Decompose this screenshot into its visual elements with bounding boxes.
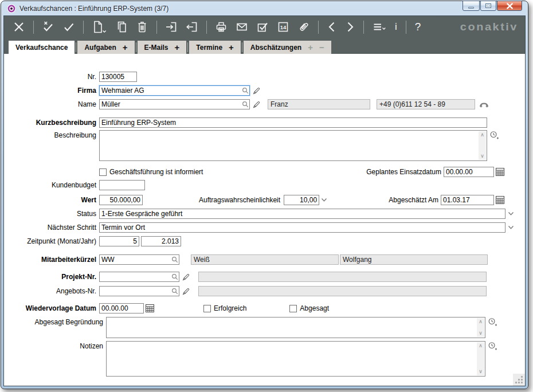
- naechster-schritt-input[interactable]: [99, 222, 505, 233]
- scroll-down-icon[interactable]: ∨: [479, 331, 483, 336]
- mitarbeiterkuerzel-input[interactable]: [99, 254, 179, 265]
- scroll-down-icon[interactable]: ∨: [479, 369, 483, 374]
- accept-all-icon[interactable]: [41, 20, 55, 34]
- next-record-icon[interactable]: [344, 20, 356, 34]
- edit-pencil-icon[interactable]: [252, 100, 261, 109]
- svg-text:14: 14: [280, 24, 287, 30]
- angebots-readonly: [198, 286, 487, 296]
- notizen-label: Notizen: [4, 341, 106, 350]
- angebots-nr-input[interactable]: [99, 286, 179, 296]
- projekt-nr-input[interactable]: [99, 272, 179, 282]
- kundenbudget-input[interactable]: [99, 180, 145, 190]
- zeitpunkt-jahr-input[interactable]: [141, 236, 181, 246]
- firma-input[interactable]: [99, 85, 250, 96]
- textarea-scrollbar[interactable]: ∧ ∨: [477, 342, 484, 375]
- conaktiv-logo: conaktiv: [460, 21, 518, 33]
- tab-verkaufschance[interactable]: Verkaufschance: [9, 41, 75, 54]
- toolbar-separator: [318, 21, 319, 34]
- projekt-nr-label: Projekt-Nr.: [4, 273, 99, 281]
- erfolgreich-checkbox[interactable]: [203, 305, 211, 312]
- geplantes-einsatzdatum-input[interactable]: [444, 167, 494, 177]
- kurzbeschreibung-input[interactable]: [99, 117, 487, 128]
- minimize-button[interactable]: [463, 1, 480, 11]
- abgesagt-checkbox[interactable]: [289, 305, 297, 312]
- dropdown-chevron-icon[interactable]: [508, 211, 514, 216]
- edit-pencil-icon[interactable]: [252, 87, 261, 95]
- timestamp-add-icon[interactable]: [488, 317, 497, 327]
- check-in-icon[interactable]: [164, 20, 178, 34]
- titlebar[interactable]: Verkaufschancen : Einführung ERP-System …: [3, 1, 526, 15]
- tab-emails[interactable]: E-Mails+: [138, 41, 187, 54]
- calendar-icon[interactable]: 14: [276, 20, 290, 34]
- dropdown-chevron-icon[interactable]: [508, 225, 514, 230]
- scroll-down-icon[interactable]: ∨: [480, 154, 484, 159]
- tab-aufgaben[interactable]: Aufgaben+: [77, 41, 134, 54]
- dropdown-chevron-icon[interactable]: [321, 198, 327, 202]
- resize-grip[interactable]: [513, 374, 525, 386]
- timestamp-add-icon[interactable]: [489, 131, 499, 140]
- print-icon[interactable]: [214, 20, 228, 34]
- abgeschaetzt-am-input[interactable]: [441, 195, 494, 205]
- name-input[interactable]: [99, 99, 250, 109]
- beschreibung-label: Beschreibung: [4, 130, 99, 139]
- delete-icon[interactable]: [135, 20, 149, 34]
- notizen-textarea[interactable]: ∧ ∨: [106, 341, 485, 377]
- beschreibung-textarea[interactable]: ∧ ∨: [99, 130, 487, 161]
- edit-pencil-icon[interactable]: [182, 273, 190, 281]
- email-icon[interactable]: [235, 20, 249, 34]
- tab-abschaetzungen[interactable]: Abschätzungen+−: [244, 41, 331, 54]
- edit-pencil-icon[interactable]: [182, 287, 190, 296]
- info-icon[interactable]: i: [395, 21, 397, 33]
- close-window-button[interactable]: [497, 1, 522, 11]
- tab-termine[interactable]: Termine+: [189, 41, 241, 54]
- geschaeftsfuehrung-checkbox[interactable]: [99, 168, 107, 176]
- search-icon[interactable]: [171, 273, 178, 280]
- calendar-picker-icon[interactable]: [496, 196, 504, 204]
- add-tab-icon[interactable]: +: [123, 44, 128, 51]
- maximize-button[interactable]: [480, 1, 496, 11]
- menu-icon[interactable]: [371, 20, 387, 34]
- scroll-up-icon[interactable]: ∧: [479, 319, 483, 324]
- search-icon[interactable]: [171, 288, 178, 295]
- wert-input[interactable]: [99, 195, 143, 205]
- help-icon[interactable]: ?: [415, 21, 421, 33]
- close-icon[interactable]: [12, 20, 26, 34]
- previous-record-icon[interactable]: [326, 20, 338, 34]
- search-icon[interactable]: [171, 256, 178, 263]
- calendar-picker-icon[interactable]: [146, 304, 154, 312]
- app-logo-icon: [7, 4, 16, 13]
- wiedervorlage-input[interactable]: [99, 303, 144, 313]
- status-input[interactable]: [99, 209, 505, 219]
- textarea-scrollbar[interactable]: ∧ ∨: [477, 318, 484, 337]
- row-kundenbudget: Kundenbudget: [4, 179, 525, 191]
- textarea-scrollbar[interactable]: ∧ ∨: [479, 131, 486, 160]
- scroll-up-icon[interactable]: ∧: [479, 343, 483, 348]
- task-icon[interactable]: [256, 20, 269, 34]
- new-record-icon[interactable]: [91, 20, 108, 34]
- add-tab-icon[interactable]: +: [175, 44, 180, 51]
- mitarbeiter-nachname-readonly: Weiß: [191, 254, 339, 265]
- calendar-picker-icon[interactable]: [496, 168, 504, 176]
- geplantes-einsatzdatum-label: Geplantes Einsatzdatum: [366, 168, 441, 176]
- add-tab-icon[interactable]: +: [229, 44, 234, 51]
- wiedervorlage-label: Wiedervorlage Datum: [4, 304, 99, 312]
- duplicate-icon[interactable]: [115, 20, 128, 34]
- accept-icon[interactable]: [62, 20, 76, 34]
- window-content: 14 i ? conaktiv Verkaufschance Aufgaben+…: [3, 15, 526, 386]
- close-window-icon: [506, 3, 514, 9]
- search-icon[interactable]: [242, 87, 249, 94]
- check-out-icon[interactable]: [185, 20, 199, 34]
- timestamp-add-icon[interactable]: [488, 342, 497, 351]
- scroll-up-icon[interactable]: ∧: [480, 132, 484, 138]
- abgesagt-begruendung-textarea[interactable]: ∧ ∨: [106, 317, 485, 338]
- zeitpunkt-monat-input[interactable]: [99, 236, 139, 246]
- attachment-icon[interactable]: [297, 20, 311, 34]
- tab-label: E-Mails: [144, 44, 168, 52]
- minimize-icon: [468, 7, 474, 9]
- search-icon[interactable]: [242, 101, 249, 108]
- nr-input[interactable]: [99, 72, 137, 82]
- form-area: Nr. Firma Name Franz +49 (0)611: [4, 54, 525, 386]
- phone-icon[interactable]: [479, 100, 489, 109]
- abgeschaetzt-am-label: Abgeschätzt Am: [389, 196, 438, 204]
- auftragswahrscheinlichkeit-input[interactable]: [284, 195, 319, 205]
